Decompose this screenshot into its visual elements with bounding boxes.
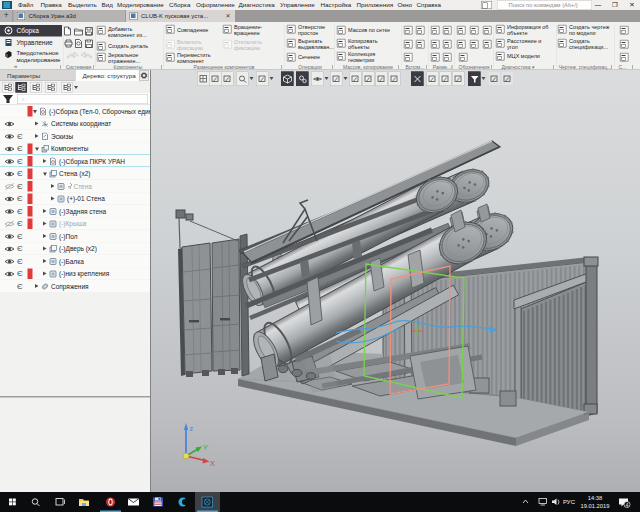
svg-text:z: z (190, 424, 194, 433)
svg-text:Y: Y (203, 443, 208, 452)
svg-text:X: X (210, 459, 215, 468)
